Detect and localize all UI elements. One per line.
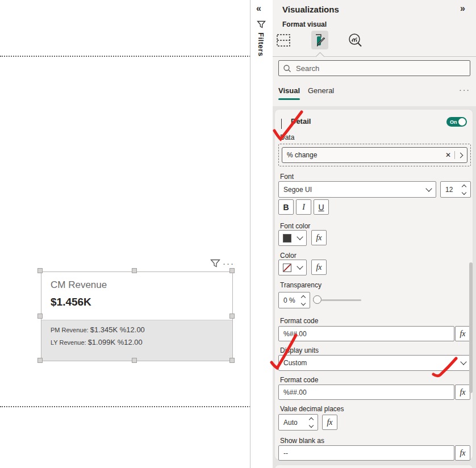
format-code-label: Format code: [280, 317, 318, 325]
detail-section-title[interactable]: Detail: [291, 117, 311, 126]
filters-pane-label[interactable]: Filters: [257, 32, 265, 57]
field-pill-label: % change: [287, 151, 442, 159]
transparency-stepper[interactable]: 0 %: [278, 292, 310, 308]
expand-pane-icon[interactable]: »: [460, 4, 465, 13]
selection-handle[interactable]: [229, 358, 235, 363]
tab-general[interactable]: General: [308, 86, 334, 95]
stepper-arrows-icon[interactable]: [310, 418, 313, 427]
format-search-box[interactable]: [278, 60, 470, 76]
transparency-value: 0 %: [283, 296, 295, 304]
show-blank-fx-button[interactable]: fx: [455, 445, 470, 461]
stepper-arrows-icon[interactable]: [302, 296, 305, 305]
pane-title: Visualizations: [282, 5, 339, 14]
selection-handle[interactable]: [132, 268, 137, 273]
data-field-pill[interactable]: % change ✕: [282, 147, 467, 163]
selection-handle[interactable]: [37, 358, 43, 363]
format-code-2-fx-button[interactable]: fx: [455, 385, 470, 400]
color-fx-button[interactable]: fx: [311, 260, 327, 275]
pane-more-options-icon[interactable]: ···: [459, 85, 470, 94]
detail-row-value: $1.345K %12.00: [90, 325, 145, 334]
font-color-label: Font color: [280, 222, 310, 230]
display-units-value: Custom: [283, 359, 307, 367]
value-decimal-places-label: Value decimal places: [280, 405, 344, 413]
visual-more-options-icon[interactable]: ···: [223, 258, 235, 268]
bold-button[interactable]: B: [278, 199, 294, 215]
card-title: CM Revenue: [51, 279, 107, 291]
display-units-label: Display units: [280, 346, 319, 354]
selection-handle[interactable]: [229, 268, 235, 273]
visual-filter-icon[interactable]: [210, 259, 220, 268]
page-boundary-top: [0, 56, 250, 57]
font-family-dropdown[interactable]: Segoe UI: [278, 181, 436, 198]
chevron-down-icon: [425, 185, 432, 191]
remove-field-icon[interactable]: ✕: [445, 151, 451, 159]
decimal-places-stepper[interactable]: Auto: [278, 414, 318, 431]
underline-button[interactable]: U: [314, 199, 329, 215]
selection-handle[interactable]: [37, 268, 43, 273]
pill-divider: [454, 151, 455, 159]
data-label: Data: [280, 133, 294, 141]
active-tab-underline: [278, 98, 300, 100]
format-code-label-2: Format code: [280, 376, 318, 384]
decimal-places-fx-button[interactable]: fx: [322, 415, 337, 430]
font-color-swatch: [283, 234, 291, 243]
report-canvas[interactable]: [0, 0, 250, 468]
format-code-fx-button[interactable]: fx: [455, 326, 470, 341]
detail-expander-icon[interactable]: [281, 119, 282, 129]
display-units-dropdown[interactable]: Custom: [278, 355, 471, 371]
page-boundary-bottom: [0, 406, 250, 407]
color-dropdown[interactable]: [278, 260, 307, 275]
format-code-input-2[interactable]: [278, 385, 454, 400]
card-detail-row: LY Revenue: $1.099K %12.00: [51, 338, 143, 346]
build-visual-icon[interactable]: [276, 33, 291, 48]
decimal-places-value: Auto: [283, 419, 298, 427]
field-expand-icon[interactable]: [458, 152, 464, 158]
tab-visual[interactable]: Visual: [278, 86, 300, 95]
chevron-down-icon: [297, 263, 303, 269]
chevron-down-icon: [460, 358, 466, 365]
color-swatch-none: [283, 264, 291, 272]
selection-handle[interactable]: [37, 314, 43, 319]
canvas-pane-divider: [250, 0, 250, 468]
font-size-value: 12: [445, 186, 453, 194]
icon-row-divider: [273, 56, 476, 57]
powerbi-window: ··· CM Revenue $1.456K PM Revenue: $1.34…: [0, 0, 476, 468]
detail-row-value: $1.099K %12.00: [88, 338, 143, 346]
detail-toggle[interactable]: On: [446, 117, 467, 127]
next-section-card-edge: [274, 465, 473, 468]
chevron-down-icon: [297, 233, 303, 240]
font-size-stepper[interactable]: 12: [440, 181, 471, 198]
collapse-filters-icon[interactable]: «: [256, 4, 261, 13]
detail-row-label: PM Revenue:: [51, 327, 90, 333]
format-code-input[interactable]: [278, 326, 454, 341]
search-input[interactable]: [295, 64, 465, 73]
filter-funnel-icon[interactable]: [257, 20, 266, 29]
transparency-label: Transparency: [280, 281, 321, 289]
color-label: Color: [280, 252, 297, 260]
detail-row-label: LY Revenue:: [51, 339, 88, 346]
card-detail-row: PM Revenue: $1.345K %12.00: [51, 325, 145, 334]
stepper-arrows-icon[interactable]: [462, 185, 466, 194]
font-color-dropdown[interactable]: [278, 230, 307, 246]
transparency-slider-knob[interactable]: [313, 295, 321, 304]
font-family-value: Segoe UI: [283, 186, 312, 194]
transparency-slider-track[interactable]: [321, 299, 361, 301]
show-blank-as-label: Show blank as: [280, 437, 324, 445]
pane-subtitle: Format visual: [282, 20, 327, 28]
format-pane-header-area: [273, 0, 476, 106]
toggle-on-label: On: [450, 119, 457, 125]
search-icon: [283, 65, 291, 72]
analytics-icon[interactable]: [347, 32, 363, 48]
card-value: $1.456K: [51, 296, 91, 308]
italic-button[interactable]: I: [296, 199, 311, 215]
font-color-fx-button[interactable]: fx: [311, 230, 327, 245]
pane-scrollbar[interactable]: [469, 262, 473, 393]
font-label: Font: [280, 173, 294, 181]
show-blank-as-input[interactable]: [278, 445, 454, 461]
selection-handle[interactable]: [229, 314, 235, 319]
toggle-knob: [458, 118, 466, 126]
format-visual-icon[interactable]: [311, 31, 328, 49]
selection-handle[interactable]: [132, 358, 137, 363]
